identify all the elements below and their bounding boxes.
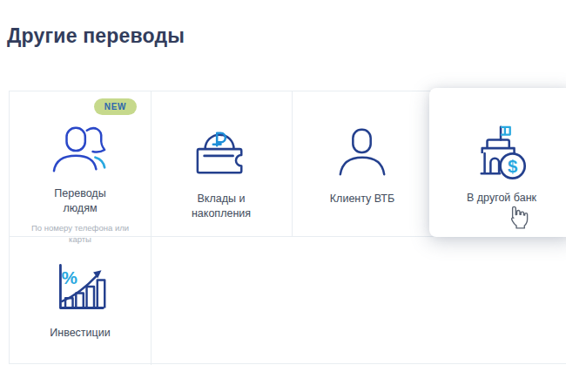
card-investments[interactable]: % Инвестиции [10, 236, 151, 365]
card-label: Клиенту ВТБ [330, 192, 394, 206]
card-label: В другой банк [467, 191, 536, 206]
svg-text:$: $ [508, 157, 518, 176]
svg-text:%: % [62, 267, 77, 287]
people-icon [46, 123, 114, 177]
card-label: Вклады и накопления [179, 192, 263, 221]
person-icon [328, 123, 396, 182]
grid-col-divider [151, 236, 152, 365]
card-deposits-and-savings[interactable]: Вклады и накопления [151, 91, 292, 236]
investments-chart-icon: % [46, 257, 114, 316]
card-label: Переводы людям [38, 186, 122, 216]
card-transfers-to-people[interactable]: NEW Переводы людям По номеру телефона ил… [10, 91, 151, 236]
deposit-ruble-icon [187, 123, 255, 182]
card-label: Инвестиции [50, 326, 110, 341]
page-title: Другие переводы [7, 24, 185, 48]
new-badge: NEW [94, 98, 137, 115]
bank-dollar-icon: $ [468, 122, 536, 181]
card-to-another-bank[interactable]: $ В другой банк [429, 88, 566, 237]
card-to-vtb-client[interactable]: Клиенту ВТБ [292, 91, 433, 236]
other-transfers-section: Другие переводы NEW Переводы людям По но… [0, 0, 566, 392]
